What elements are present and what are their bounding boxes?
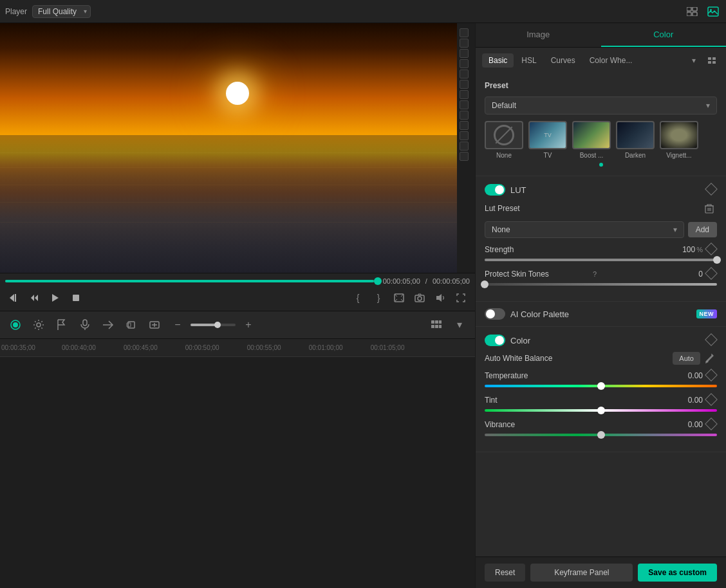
preset-item-boost[interactable]: Boost ...: [572, 121, 611, 159]
side-marker: [460, 39, 469, 48]
tint-diamond-button[interactable]: [707, 395, 717, 405]
volume-slider[interactable]: [191, 324, 236, 326]
settings-button[interactable]: [28, 315, 49, 335]
lut-label: LUT: [510, 185, 702, 195]
grid-icon[interactable]: [685, 4, 700, 19]
side-marker: [460, 131, 469, 140]
frame-back-button[interactable]: [26, 289, 44, 307]
video-container: [0, 23, 457, 273]
sub-tab-layout[interactable]: [704, 53, 720, 68]
sub-tab-more: ▾: [686, 53, 720, 68]
quality-select[interactable]: Full Quality 1/2 Quality 1/4 Quality: [32, 5, 91, 18]
side-marker: [460, 49, 469, 58]
preset-label-vignette: Vignett...: [666, 152, 691, 159]
timeline: 00:00:35;00 00:00:40;00 00:00:45;00 00:0…: [0, 339, 475, 589]
eyedrop-icon[interactable]: [703, 351, 717, 365]
water-overlay: [0, 135, 457, 272]
protect-label-row: Protect Skin Tones ? 0: [485, 269, 717, 279]
auto-wb-button[interactable]: Auto: [673, 352, 700, 365]
temp-diamond-button[interactable]: [707, 371, 717, 381]
protect-label: Protect Skin Tones: [485, 270, 591, 279]
fullscreen-button[interactable]: [452, 289, 470, 307]
preset-item-none[interactable]: None: [485, 121, 523, 159]
volume-control: [191, 324, 236, 326]
more-button[interactable]: ▾: [449, 315, 470, 335]
stop-button[interactable]: [67, 289, 85, 307]
strength-label-row: Strength 100 %: [485, 244, 717, 255]
svg-rect-24: [431, 320, 434, 324]
svg-rect-26: [439, 320, 442, 324]
fit-screen-button[interactable]: [390, 289, 408, 307]
trash-icon[interactable]: [702, 201, 717, 216]
progress-track[interactable]: [5, 280, 378, 282]
protect-value: 0: [597, 270, 703, 279]
playback-bar: 00:00:05;00 / 00:00:05;00: [0, 273, 475, 311]
protect-slider[interactable]: [485, 283, 717, 286]
plus-button[interactable]: +: [238, 315, 259, 335]
strength-thumb: [713, 256, 721, 264]
sub-tab-expand[interactable]: ▾: [686, 53, 702, 68]
color-label: Color: [510, 336, 702, 345]
minus-button[interactable]: −: [167, 315, 188, 335]
preset-dropdown-wrap: Default ▾: [485, 96, 717, 115]
crop-button[interactable]: [121, 315, 142, 335]
layout-button[interactable]: [426, 315, 447, 335]
preset-section: Preset Default ▾ None: [476, 73, 726, 176]
vibrance-diamond-icon: [705, 418, 718, 430]
sub-tab-curves[interactable]: Curves: [544, 53, 582, 68]
tint-slider[interactable]: [485, 409, 717, 412]
sub-tab-hsl[interactable]: HSL: [515, 53, 543, 68]
none-icon: [494, 125, 514, 145]
video-area: [0, 23, 475, 273]
flag-button[interactable]: [51, 315, 72, 335]
preset-item-darken[interactable]: Darken: [616, 121, 655, 159]
sub-tab-basic[interactable]: Basic: [482, 53, 514, 68]
mark-in-button[interactable]: {: [349, 289, 367, 307]
preset-label-tv: TV: [544, 152, 552, 159]
mark-out-button[interactable]: }: [369, 289, 387, 307]
vibrance-slider[interactable]: [485, 434, 717, 436]
preset-thumb-darken: [616, 121, 655, 149]
vibrance-diamond-button[interactable]: [707, 419, 717, 430]
svg-marker-15: [436, 294, 442, 302]
skip-back-button[interactable]: [5, 289, 23, 307]
lut-toggle[interactable]: [485, 184, 505, 196]
lut-add-button[interactable]: Add: [688, 222, 717, 237]
ai-color-toggle[interactable]: [485, 308, 505, 320]
color-diamond-icon: [705, 333, 718, 346]
keyframe-button[interactable]: Keyframe Panel: [530, 564, 633, 582]
color-diamond-button[interactable]: [707, 335, 717, 345]
arrow-button[interactable]: [98, 315, 118, 335]
image-icon[interactable]: [705, 4, 721, 19]
timeline-ruler: 00:00:35;00 00:00:40;00 00:00:45;00 00:0…: [0, 339, 475, 357]
tab-image[interactable]: Image: [476, 23, 601, 47]
mic-button[interactable]: [75, 315, 95, 335]
preset-thumbs: None TV TV Boost ..: [485, 121, 717, 161]
sub-tab-colorwheel[interactable]: Color Whe...: [583, 53, 639, 68]
media-button[interactable]: [144, 315, 165, 335]
preset-item-tv[interactable]: TV TV: [528, 121, 567, 159]
temperature-slider[interactable]: [485, 385, 717, 387]
camera-button[interactable]: [411, 289, 429, 307]
record-button[interactable]: [5, 315, 26, 335]
svg-rect-2: [687, 12, 691, 16]
side-marker: [460, 111, 469, 120]
strength-slider[interactable]: [485, 259, 717, 261]
reset-button[interactable]: Reset: [485, 564, 525, 582]
save-button[interactable]: Save as custom: [638, 564, 717, 582]
volume-thumb: [214, 322, 221, 328]
audio-button[interactable]: [431, 289, 449, 307]
play-button[interactable]: [46, 289, 64, 307]
progress-row: 00:00:05;00 / 00:00:05;00: [5, 277, 470, 285]
lut-diamond-button[interactable]: [707, 185, 717, 195]
svg-point-39: [707, 361, 709, 363]
strength-diamond-button[interactable]: [707, 244, 717, 255]
tint-diamond-icon: [705, 393, 718, 406]
controls-row: { }: [5, 289, 470, 307]
protect-diamond-button[interactable]: [707, 269, 717, 279]
preset-dropdown-button[interactable]: Default ▾: [485, 96, 717, 115]
preset-item-vignette[interactable]: Vignett...: [660, 121, 698, 159]
tab-color[interactable]: Color: [601, 23, 727, 47]
protect-diamond-icon: [705, 267, 718, 280]
color-toggle[interactable]: [485, 335, 505, 346]
